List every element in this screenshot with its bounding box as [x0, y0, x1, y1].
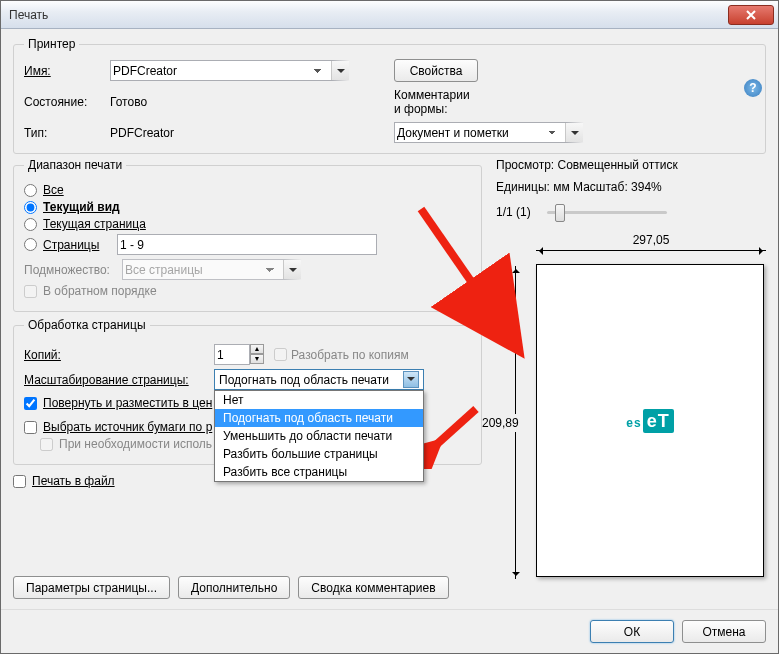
collate-checkbox — [274, 348, 287, 361]
dim-height: 209,89 — [496, 266, 534, 579]
page-handling-group: Обработка страницы Копий: ▲ ▼ Разоб — [13, 318, 482, 465]
radio-all[interactable]: Все — [24, 183, 471, 197]
copies-spinner[interactable]: ▲ ▼ — [214, 344, 264, 365]
copies-label: Копий: — [24, 348, 214, 362]
eset-logo: eseT — [626, 409, 673, 432]
subset-select: Все страницы — [122, 259, 302, 280]
cancel-button[interactable]: Отмена — [682, 620, 766, 643]
dialog-footer: ОК Отмена — [1, 609, 778, 653]
radio-pages-label: Страницы — [43, 238, 111, 252]
ok-button[interactable]: ОК — [590, 620, 674, 643]
preview-units: Единицы: мм Масштаб: 394% — [496, 180, 766, 194]
radio-current-page[interactable]: Текущая страница — [24, 217, 471, 231]
copies-input[interactable] — [214, 344, 250, 365]
titlebar: Печать — [1, 1, 778, 29]
printer-type-label: Тип: — [24, 126, 104, 140]
printer-name-label: Имя: — [24, 64, 104, 78]
slider-thumb[interactable] — [555, 204, 565, 222]
radio-current-view-label: Текущий вид — [43, 200, 120, 214]
paper-source-checkbox[interactable] — [24, 421, 37, 434]
scaling-option-tile-large[interactable]: Разбить большие страницы — [215, 445, 423, 463]
page-setup-button[interactable]: Параметры страницы... — [13, 576, 170, 599]
pages-input[interactable] — [117, 234, 377, 255]
preview-header: Просмотр: Совмещенный оттиск — [496, 158, 766, 172]
preview-page: eseT — [536, 264, 764, 577]
rotate-label: Повернуть и разместить в цен — [43, 396, 212, 410]
subset-label: Подмножество: — [24, 263, 122, 277]
paper-source-label: Выбрать источник бумаги по р — [43, 420, 212, 434]
radio-pages-input[interactable] — [24, 238, 37, 251]
zoom-slider[interactable] — [547, 204, 667, 220]
subset-combo: Все страницы — [122, 259, 302, 280]
radio-current-page-input[interactable] — [24, 218, 37, 231]
reverse-check: В обратном порядке — [24, 284, 471, 298]
dim-width-value: 297,05 — [627, 233, 676, 247]
dim-width: 297,05 — [536, 240, 766, 260]
close-button[interactable] — [728, 5, 774, 25]
chevron-down-icon — [403, 371, 419, 388]
slider-track — [547, 211, 667, 214]
scaling-dropdown[interactable]: Нет Подогнать под область печати Уменьши… — [214, 390, 424, 482]
radio-current-page-label: Текущая страница — [43, 217, 146, 231]
print-to-file-label: Печать в файл — [32, 474, 115, 488]
print-dialog: Печать ? Принтер Имя: PDFCreator Свойств… — [0, 0, 779, 654]
scaling-option-fit[interactable]: Подогнать под область печати — [215, 409, 423, 427]
comments-combo[interactable]: Документ и пометки — [394, 122, 584, 143]
printer-name-select[interactable]: PDFCreator — [110, 60, 350, 81]
use-custom-checkbox — [40, 438, 53, 451]
dim-height-value: 209,89 — [482, 414, 519, 432]
window-title: Печать — [9, 8, 728, 22]
rotate-checkbox[interactable] — [24, 397, 37, 410]
comments-summary-button[interactable]: Сводка комментариев — [298, 576, 448, 599]
help-icon[interactable]: ? — [744, 79, 762, 97]
print-range-label: Диапазон печати — [24, 158, 126, 172]
scaling-label: Масштабирование страницы: — [24, 373, 214, 387]
printer-state-label: Состояние: — [24, 95, 104, 109]
scaling-combo[interactable]: Подогнать под область печати Нет Подогна… — [214, 369, 424, 390]
reverse-label: В обратном порядке — [43, 284, 157, 298]
radio-pages[interactable]: Страницы — [24, 234, 471, 255]
radio-current-view[interactable]: Текущий вид — [24, 200, 471, 214]
radio-all-label: Все — [43, 183, 64, 197]
scaling-current: Подогнать под область печати — [219, 373, 389, 387]
collate-label: Разобрать по копиям — [291, 348, 409, 362]
spin-up-icon[interactable]: ▲ — [250, 344, 264, 354]
page-handling-label: Обработка страницы — [24, 318, 150, 332]
reverse-checkbox — [24, 285, 37, 298]
radio-current-view-input[interactable] — [24, 201, 37, 214]
advanced-button[interactable]: Дополнительно — [178, 576, 290, 599]
scaling-option-none[interactable]: Нет — [215, 391, 423, 409]
preview-area: 297,05 209,89 eseT — [496, 240, 766, 599]
print-range-group: Диапазон печати Все Текущий вид Текущая … — [13, 158, 482, 312]
page-counter: 1/1 (1) — [496, 205, 531, 219]
scaling-option-shrink[interactable]: Уменьшить до области печати — [215, 427, 423, 445]
properties-button[interactable]: Свойства — [394, 59, 478, 82]
comments-select[interactable]: Документ и пометки — [394, 122, 584, 143]
use-custom-label: При необходимости исполь — [59, 437, 212, 451]
printer-state-value: Готово — [110, 95, 360, 109]
printer-type-value: PDFCreator — [110, 126, 360, 140]
close-icon — [746, 10, 756, 20]
scaling-option-tile-all[interactable]: Разбить все страницы — [215, 463, 423, 481]
printer-name-combo[interactable]: PDFCreator — [110, 60, 350, 81]
comments-label: Комментарии и формы: — [394, 88, 474, 116]
printer-group: Принтер Имя: PDFCreator Свойства Состоян… — [13, 37, 766, 154]
printer-group-label: Принтер — [24, 37, 79, 51]
print-to-file-checkbox[interactable] — [13, 475, 26, 488]
radio-all-input[interactable] — [24, 184, 37, 197]
spin-down-icon[interactable]: ▼ — [250, 354, 264, 364]
